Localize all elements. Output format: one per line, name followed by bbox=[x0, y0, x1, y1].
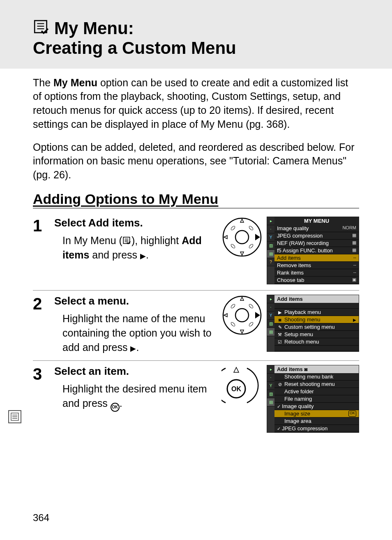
camera-screen-2: ▸·Y▨▤ Add items ▶Playback menu ◙Shooting… bbox=[267, 295, 359, 352]
row-label: Image area bbox=[277, 418, 311, 424]
screen-row: ▶Playback menu bbox=[274, 309, 359, 316]
step-1: 1 Select Add items. In My Menu (), highl… bbox=[33, 212, 359, 290]
my-menu-icon bbox=[122, 237, 131, 246]
screen-row: Choose tab▣ bbox=[274, 277, 359, 284]
screen-row: JPEG compression▦ bbox=[274, 232, 359, 240]
step-heading: Select a menu. bbox=[54, 295, 217, 307]
screen-tab-column: ▸·Y▨▤ bbox=[267, 295, 274, 351]
ok-button-press-icon: OK bbox=[221, 365, 263, 406]
setup-icon: ⚒ bbox=[277, 332, 283, 337]
step-body: Highlight the desired menu item and pres… bbox=[54, 382, 217, 412]
right-arrow-icon bbox=[352, 316, 356, 323]
screen-title: Add items ◙ bbox=[274, 365, 359, 373]
svg-marker-11 bbox=[240, 252, 244, 255]
svg-marker-10 bbox=[240, 219, 244, 222]
row-label: Custom setting menu bbox=[284, 324, 335, 330]
screen-row: File naming bbox=[274, 395, 359, 403]
svg-point-25 bbox=[249, 303, 254, 309]
page-number: 364 bbox=[33, 512, 49, 524]
row-label: Choose tab bbox=[277, 277, 304, 283]
svg-marker-21 bbox=[240, 330, 244, 333]
row-label: Image quality bbox=[277, 403, 314, 409]
row-val: NORM bbox=[342, 225, 356, 231]
row-label: Reset shooting menu bbox=[284, 381, 335, 387]
svg-point-19 bbox=[235, 309, 249, 322]
text: ), highlight bbox=[131, 235, 182, 246]
ok-button-icon: OK bbox=[111, 403, 120, 412]
intro-paragraph-2: Options can be added, deleted, and reord… bbox=[33, 141, 359, 182]
svg-marker-13 bbox=[255, 234, 260, 240]
row-val: ▦ bbox=[352, 233, 356, 239]
step-heading: Select an item. bbox=[54, 365, 217, 378]
screen-title: Add items bbox=[274, 295, 359, 303]
ok-badge: OK bbox=[348, 411, 356, 417]
screen-row: ☑Retouch menu bbox=[274, 338, 359, 346]
screen-row: ⊘Reset shooting menu bbox=[274, 381, 359, 388]
screen-row: Image area bbox=[274, 418, 359, 425]
multi-selector-icon bbox=[221, 295, 263, 336]
step-body: In My Menu (), highlight Add items and p… bbox=[54, 233, 217, 262]
text: Highlight the name of the menu containin… bbox=[62, 313, 212, 353]
step-heading: Select Add items. bbox=[54, 217, 217, 229]
svg-marker-23 bbox=[255, 312, 260, 318]
camera-screen-3: ▸·Y▨▤ Add items ◙ Shooting menu bank ⊘Re… bbox=[267, 365, 359, 433]
svg-marker-20 bbox=[240, 297, 244, 300]
screen-row: f5 Assign FUNC. button▦ bbox=[274, 247, 359, 254]
screen-row: Shooting menu bank bbox=[274, 373, 359, 381]
row-label: JPEG compression bbox=[277, 425, 327, 432]
row-label: Playback menu bbox=[284, 309, 321, 315]
row-label: Retouch menu bbox=[284, 339, 319, 345]
retouch-icon: ☑ bbox=[277, 339, 283, 345]
screen-row: JPEG compression bbox=[274, 425, 359, 432]
svg-point-24 bbox=[231, 303, 236, 309]
title-line-1: My Menu: bbox=[54, 18, 134, 38]
shooting-icon: ◙ bbox=[277, 317, 283, 322]
row-label: Setup menu bbox=[284, 331, 313, 337]
my-menu-icon bbox=[33, 20, 50, 37]
svg-point-15 bbox=[249, 225, 254, 231]
svg-point-26 bbox=[231, 321, 236, 327]
row-label: Shooting menu bbox=[284, 316, 320, 323]
svg-point-16 bbox=[231, 243, 236, 249]
row-val: ▦ bbox=[352, 247, 356, 254]
row-label: NEF (RAW) recording bbox=[277, 240, 329, 246]
right-arrow-icon: ▶ bbox=[130, 344, 136, 353]
svg-point-17 bbox=[249, 243, 254, 249]
page-header: My Menu: Creating a Custom Menu bbox=[0, 0, 392, 69]
svg-marker-22 bbox=[224, 314, 227, 317]
screen-row-highlighted: ◙Shooting menu bbox=[274, 316, 359, 323]
row-label: Active folder bbox=[277, 388, 314, 395]
step-2: 2 Select a menu. Highlight the name of t… bbox=[33, 290, 359, 360]
row-label: Remove items bbox=[277, 262, 311, 268]
screen-row bbox=[274, 346, 359, 351]
reset-icon: ⊘ bbox=[277, 382, 283, 387]
screen-row: Image qualityNORM bbox=[274, 225, 359, 232]
screen-row: Image quality bbox=[274, 403, 359, 410]
side-menu-icon bbox=[8, 410, 21, 423]
row-label: JPEG compression bbox=[277, 233, 323, 239]
svg-marker-12 bbox=[224, 235, 227, 239]
svg-point-27 bbox=[249, 321, 254, 327]
row-val: ▣ bbox=[352, 277, 356, 283]
row-label: Shooting menu bank bbox=[277, 374, 333, 380]
section-heading: Adding Options to My Menu bbox=[33, 191, 359, 208]
svg-marker-30 bbox=[234, 367, 239, 372]
row-label: f5 Assign FUNC. button bbox=[277, 247, 333, 254]
screen-row: ⚒Setup menu bbox=[274, 331, 359, 338]
row-val: -- bbox=[353, 262, 356, 268]
screen-row: ✎Custom setting menu bbox=[274, 323, 359, 331]
playback-icon: ▶ bbox=[277, 310, 283, 315]
custom-icon: ✎ bbox=[277, 325, 283, 330]
screen-row: Active folder bbox=[274, 388, 359, 395]
intro-paragraph-1: The My Menu option can be used to create… bbox=[33, 76, 359, 132]
row-label: Image size bbox=[277, 411, 310, 417]
row-val: -- bbox=[353, 255, 356, 261]
step-3: 3 Select an item. Highlight the desired … bbox=[33, 360, 359, 438]
intro-bold: My Menu bbox=[53, 77, 97, 88]
screen-row-highlighted: Image sizeOK bbox=[274, 410, 359, 418]
row-val: -- bbox=[353, 270, 356, 276]
row-label: Add items bbox=[277, 255, 301, 261]
screen-row: NEF (RAW) recording▦ bbox=[274, 240, 359, 247]
right-arrow-icon: ▶ bbox=[140, 252, 146, 260]
screen-row-highlighted: Add items-- bbox=[274, 254, 359, 262]
